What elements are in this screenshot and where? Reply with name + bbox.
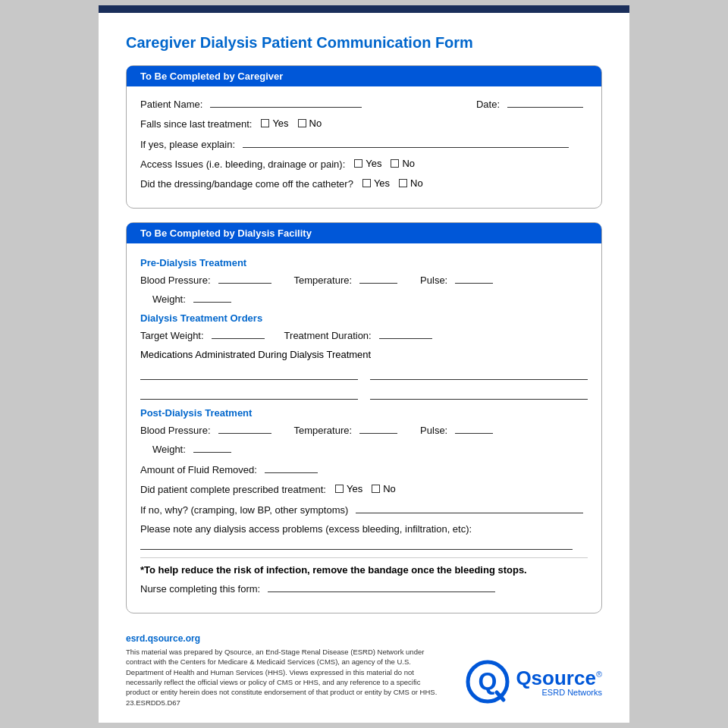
pre-weight-item: Weight: [152,292,236,305]
dressing-no-item[interactable]: No [399,177,423,189]
date-field[interactable] [507,97,583,108]
completed-label: Did patient complete prescribed treatmen… [140,484,326,495]
patient-name-field[interactable] [210,97,362,108]
access-yes-label: Yes [366,158,381,169]
facility-content: Pre-Dialysis Treatment Blood Pressure: T… [127,243,601,613]
nurse-field[interactable] [268,582,495,592]
pre-bp-label: Blood Pressure: [140,275,211,286]
med-line-2[interactable] [370,366,588,380]
post-weight-field[interactable] [193,442,231,453]
medications-label: Medications Administrated During Dialysi… [140,349,588,360]
pre-bp-item: Blood Pressure: [140,273,276,286]
falls-no-item[interactable]: No [298,118,322,129]
dressing-row: Did the dressing/bandage come off the ca… [140,177,588,190]
access-problems-label: Please note any dialysis access problems… [140,523,472,535]
pre-temp-field[interactable] [359,273,397,284]
svg-text:Q: Q [479,667,497,695]
fluid-row: Amount of Fluid Removed: [140,463,588,475]
access-problems-field[interactable] [140,539,573,550]
completed-no-item[interactable]: No [372,483,396,494]
medications-section: Medications Administrated During Dialysi… [140,349,588,400]
qsource-circle-icon: Q [464,658,511,705]
dressing-no-checkbox[interactable] [399,179,407,187]
pre-weight-field[interactable] [193,292,231,303]
falls-row: Falls since last treatment: Yes No [140,118,588,130]
falls-no-checkbox[interactable] [298,119,306,127]
footer-link[interactable]: esrd.qsource.org [126,633,444,644]
pre-pulse-field[interactable] [455,273,493,284]
med-line-4[interactable] [370,386,588,400]
orders-heading: Dialysis Treatment Orders [140,312,588,324]
completed-yes-checkbox[interactable] [335,485,344,493]
post-pulse-field[interactable] [455,423,493,434]
treatment-duration-field[interactable] [379,328,432,339]
date-label: Date: [476,99,500,110]
facility-section: To Be Completed by Dialysis Facility Pre… [126,222,602,613]
completed-row: Did patient complete prescribed treatmen… [140,483,588,495]
completed-checkbox-group: Yes No [335,483,405,494]
dressing-label: Did the dressing/bandage come off the ca… [140,178,353,190]
fluid-field[interactable] [265,463,318,473]
falls-yes-item[interactable]: Yes [261,118,288,129]
post-weight-item: Weight: [152,442,236,455]
access-yes-item[interactable]: Yes [354,158,381,169]
post-bp-field[interactable] [218,423,271,434]
post-bp-item: Blood Pressure: [140,423,276,436]
completed-yes-label: Yes [347,483,362,494]
medications-lines [140,366,588,400]
nurse-row: Nurse completing this form: [140,582,588,595]
footer-disclaimer: This material was prepared by Qsource, a… [126,647,444,708]
qsource-brand: Q Qsource ® ESRD Networks [464,658,602,708]
completed-no-checkbox[interactable] [372,485,380,493]
ifyes-label: If yes, please explain: [140,139,235,150]
facility-header-wrap: To Be Completed by Dialysis Facility [127,223,601,243]
footer-left: esrd.qsource.org This material was prepa… [126,633,444,708]
target-weight-label: Target Weight: [140,330,204,341]
patient-name-row: Patient Name: Date: [140,97,588,110]
falls-yes-label: Yes [272,118,288,129]
access-yes-checkbox[interactable] [354,159,362,168]
ifno-field[interactable] [356,503,583,513]
falls-yes-checkbox[interactable] [261,119,269,127]
pre-pulse-label: Pulse: [420,275,447,286]
patient-name-label: Patient Name: [140,99,202,110]
completed-yes-item[interactable]: Yes [335,483,362,494]
target-weight-field[interactable] [212,328,265,339]
post-pulse-item: Pulse: [420,423,497,436]
access-row: Access Issues (i.e. bleeding, drainage o… [140,158,588,170]
nurse-label: Nurse completing this form: [140,583,260,595]
postdialysis-heading: Post-Dialysis Treatment [140,407,588,419]
ifyes-field[interactable] [243,137,569,148]
falls-label: Falls since last treatment: [140,118,252,130]
qsource-name: Qsource [516,668,596,688]
pre-temp-label: Temperature: [294,275,353,286]
post-temp-label: Temperature: [294,425,353,436]
ifno-row: If no, why? (cramping, low BP, other sym… [140,503,588,516]
caregiver-header-wrap: To Be Completed by Caregiver [127,66,601,86]
dressing-no-label: No [410,177,423,189]
caregiver-section: To Be Completed by Caregiver Patient Nam… [126,65,602,209]
orders-row: Target Weight: Treatment Duration: [140,328,588,341]
dressing-yes-item[interactable]: Yes [362,177,390,189]
med-line-3[interactable] [140,386,358,400]
form-title: Caregiver Dialysis Patient Communication… [126,34,602,52]
pre-bp-field[interactable] [218,273,271,284]
page: Caregiver Dialysis Patient Communication… [99,5,629,723]
dressing-yes-checkbox[interactable] [362,179,371,187]
post-weight-label: Weight: [152,444,186,455]
post-temp-field[interactable] [359,423,397,434]
med-line-1[interactable] [140,366,358,380]
qsource-logo: Q Qsource ® ESRD Networks [464,658,602,708]
fluid-label: Amount of Fluid Removed: [140,464,257,475]
qsource-name-row: Qsource ® [516,668,602,688]
falls-checkbox-group: Yes No [261,118,331,129]
infection-note: *To help reduce the risk of infection, r… [140,564,588,576]
predialysis-heading: Pre-Dialysis Treatment [140,257,588,268]
post-temp-item: Temperature: [294,423,403,436]
dressing-yes-label: Yes [374,177,390,189]
access-checkbox-group: Yes No [354,158,424,169]
completed-no-label: No [383,483,396,494]
access-no-item[interactable]: No [391,158,415,169]
qsource-sub: ESRD Networks [516,688,602,697]
access-no-checkbox[interactable] [391,159,399,168]
